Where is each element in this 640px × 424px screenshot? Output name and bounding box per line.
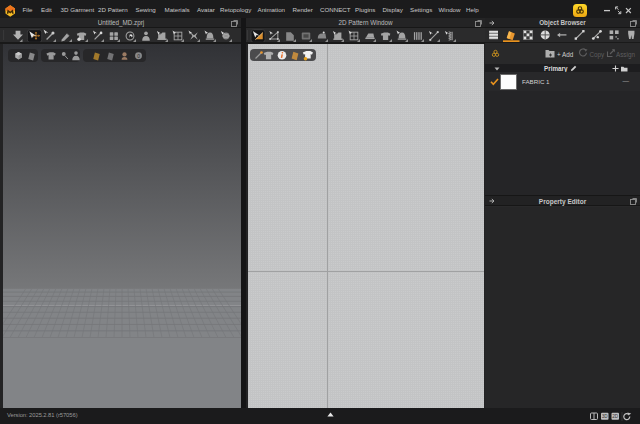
- svg-text:2D: 2D: [612, 414, 619, 419]
- svg-text:3D: 3D: [602, 414, 609, 419]
- svg-text:0: 0: [137, 53, 140, 58]
